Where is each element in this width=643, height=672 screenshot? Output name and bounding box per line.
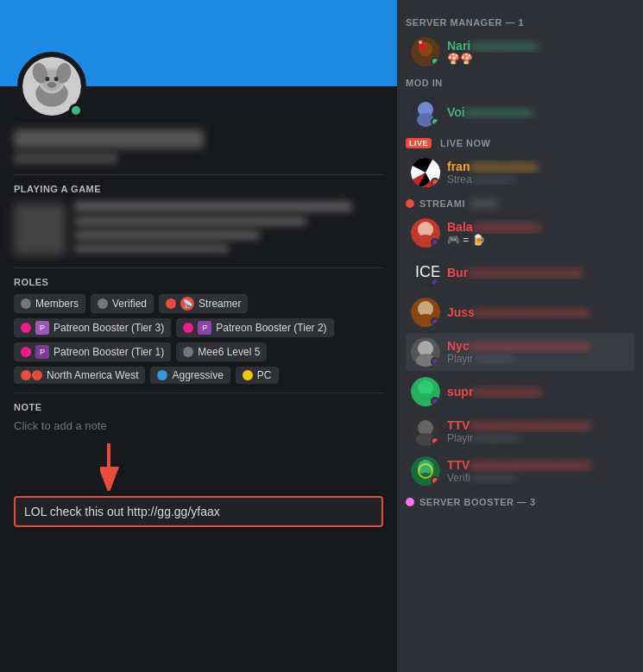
members-panel: SERVER MANAGER — 1 Narixxxxxxxxxx 🍄🍄 MOD… [397,0,643,672]
avatar-bala [411,218,440,248]
status-dot-supr [431,397,439,405]
avatar-juss [411,298,440,327]
role-label: Patreon Booster (Tier 1) [54,346,164,358]
role-patreon1: P Patreon Booster (Tier 1) [14,342,171,361]
member-name-voi: Voixxxxxxxxxx [447,105,629,119]
svg-point-15 [419,41,422,44]
svg-point-6 [45,77,49,81]
role-dot [166,298,176,309]
member-info-voi: Voixxxxxxxxxx [447,105,629,119]
member-sub-nyc: Playirxxxxxxxx [447,353,629,365]
member-info-burn: Burxxxxxxxxxxxxxxxxx [447,266,629,279]
role-patreon2: P Patreon Booster (Tier 2) [176,318,333,337]
member-info-ttv1: TTVxxxxxxxxxxxxxxxxxx Playirxxxxxxxxx [447,418,629,444]
roles-label: ROLES [14,277,383,287]
role-label: Streamer [199,298,241,310]
member-name-fran: franxxxxxxxxxx [447,160,629,173]
role-label: PC [257,369,272,381]
role-label: Mee6 Level 5 [198,346,260,358]
booster-dot [406,498,414,506]
profile-banner [0,0,397,86]
username [14,129,204,148]
member-supr[interactable]: suprxxxxxxxxxx [406,373,634,411]
status-dot-nyc [431,357,439,366]
live-badge: LIVE [406,138,432,148]
member-info-nyc: Nycxxxxxxxxxxxxxxxxxx Playirxxxxxxxx [447,339,629,365]
member-voi[interactable]: Voixxxxxxxxxx [406,93,634,131]
avatar-voi [411,97,440,127]
role-patreon3: P Patreon Booster (Tier 3) [14,318,171,337]
member-juss[interactable]: Jussxxxxxxxxxxxxxxxxx [406,293,634,331]
role-dot [21,323,31,333]
member-info-nari: Narixxxxxxxxxx 🍄🍄 [447,39,629,65]
member-name-supr: suprxxxxxxxxxx [447,385,629,399]
game-thumbnail [14,204,66,255]
member-sub-fran: Streaxxxxxxxx [447,173,629,185]
role-pc: PC [236,367,279,384]
role-members: Members [14,294,85,313]
avatar-nari [411,37,440,66]
member-name-bala: Balaxxxxxxxxxx [447,220,629,234]
avatar-supr [411,377,440,406]
arrow-icon [100,439,152,491]
member-fran[interactable]: franxxxxxxxxxx Streaxxxxxxxx [406,154,634,192]
status-dot-ttv2 [431,476,439,485]
note-input[interactable] [14,496,383,527]
member-name-ttv1: TTVxxxxxxxxxxxxxxxxxx [447,418,629,432]
member-info-supr: suprxxxxxxxxxx [447,385,629,399]
streaming-dot [406,199,414,208]
avatar-fran [411,158,440,187]
playing-label: PLAYING A GAME [14,184,383,194]
member-sub-ttv1: Playirxxxxxxxxx [447,432,629,444]
status-dot-ttv1 [431,436,439,445]
live-now-label: LIVE NOW [440,138,490,148]
role-verified: Verified [91,294,154,313]
status-dot-burn [431,278,439,286]
role-icon: P [198,321,211,335]
role-dot [21,298,31,309]
member-ttv1[interactable]: TTVxxxxxxxxxxxxxxxxxx Playirxxxxxxxxx [406,412,634,450]
server-booster-label: SERVER BOOSTER — 3 [419,497,536,507]
member-ttv2[interactable]: TTVxxxxxxxxxxxxxxxxxx Verifixxxxxxxxx [406,452,634,490]
status-dot-fran [431,178,439,186]
member-nyc[interactable]: Nycxxxxxxxxxxxxxxxxxx Playirxxxxxxxx [406,333,634,371]
role-dot [157,370,167,380]
roles-list: Members Verified 📡 Streamer P Patre [14,294,383,384]
role-dot [183,323,193,333]
playing-section: PLAYING A GAME [14,184,383,257]
member-name-ttv2: TTVxxxxxxxxxxxxxxxxxx [447,458,629,472]
streaming-header: STREAMIxxxx [406,198,634,209]
status-dot-juss [431,317,439,326]
role-label: Aggressive [172,369,223,381]
profile-body: PLAYING A GAME ROLES Members [0,86,397,541]
member-burn[interactable]: ICE Burxxxxxxxxxxxxxxxxx [406,254,634,292]
member-name-nari: Narixxxxxxxxxx [447,39,629,53]
role-dot [21,347,31,357]
member-info-juss: Jussxxxxxxxxxxxxxxxxx [447,305,629,319]
role-mee6: Mee6 Level 5 [176,342,267,361]
note-label: NOTE [14,402,383,412]
note-placeholder-text: Click to add a note [14,419,383,432]
game-info [74,201,383,257]
member-bala[interactable]: Balaxxxxxxxxxx 🎮 = 🍺 [406,214,634,252]
status-dot-voi [431,117,439,126]
arrow-indicator [14,439,383,491]
role-label: Members [35,298,79,310]
member-info-fran: franxxxxxxxxxx Streaxxxxxxxx [447,160,629,185]
role-icon: P [35,345,49,359]
role-dot [183,347,193,357]
member-icons-bala: 🎮 = 🍺 [447,234,629,246]
avatar-nyc [411,337,440,367]
status-dot-bala [431,238,439,247]
member-nari[interactable]: Narixxxxxxxxxx 🍄🍄 [406,33,634,71]
role-icon: P [35,321,49,335]
member-name-juss: Jussxxxxxxxxxxxxxxxxx [447,305,629,319]
role-icon: 📡 [180,297,194,311]
member-info-ttv2: TTVxxxxxxxxxxxxxxxxxx Verifixxxxxxxxx [447,458,629,484]
mod-in-header: MOD IN [406,78,634,88]
status-dot-nari [431,57,439,66]
online-status-dot [69,104,83,117]
role-dot2 [32,370,42,380]
username-discriminator [14,152,117,164]
member-sub-ttv2: Verifixxxxxxxxx [447,472,629,484]
